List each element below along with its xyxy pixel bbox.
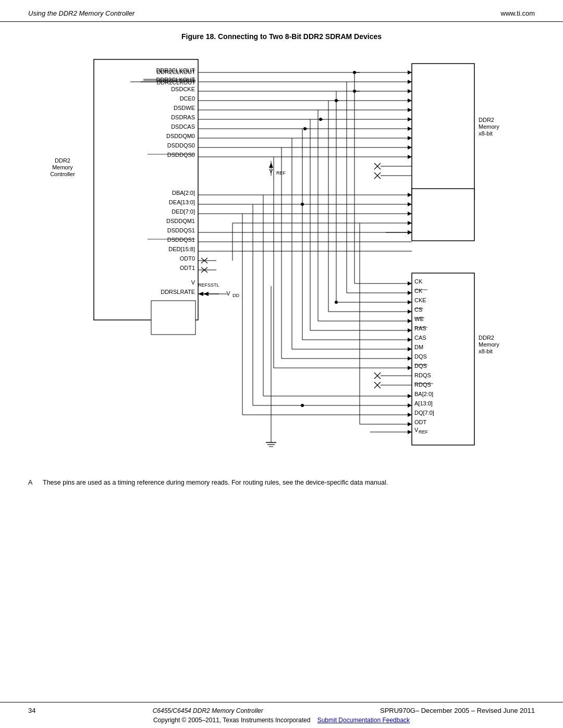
- svg-text:x8-bit: x8-bit: [479, 348, 493, 354]
- svg-text:DDR2: DDR2: [479, 335, 494, 341]
- svg-text:ODT1: ODT1: [180, 265, 195, 271]
- svg-text:REF: REF: [276, 170, 286, 176]
- svg-text:DSDWE: DSDWE: [174, 105, 195, 111]
- svg-text:RDQS: RDQS: [414, 381, 431, 388]
- svg-text:DDR2CLKOUT: DDR2CLKOUT: [156, 67, 195, 73]
- svg-marker-114: [408, 193, 412, 197]
- svg-rect-131: [412, 189, 474, 241]
- svg-text:CAS: CAS: [414, 335, 426, 341]
- submit-documentation-feedback-link[interactable]: Submit Documentation Feedback: [317, 717, 410, 724]
- footer-doc-id: SPRU970G– December 2005 – Revised June 2…: [380, 707, 535, 714]
- svg-text:DDR2: DDR2: [55, 157, 70, 164]
- svg-text:REFSSTL: REFSSTL: [198, 282, 219, 288]
- svg-text:DSDDQS1: DSDDQS1: [167, 237, 195, 243]
- page-header: Using the DDR2 Memory Controller www.ti.…: [0, 0, 563, 22]
- svg-text:V: V: [414, 427, 419, 433]
- note-label: A: [28, 478, 36, 488]
- note-section: A These pins are used as a timing refere…: [28, 478, 535, 488]
- svg-text:Controller: Controller: [50, 171, 75, 177]
- page-footer: 34 C6455/C6454 DDR2 Memory Controller SP…: [0, 702, 563, 728]
- svg-text:CK: CK: [414, 278, 423, 285]
- svg-text:Memory: Memory: [479, 124, 499, 130]
- header-right: www.ti.com: [500, 9, 535, 17]
- svg-text:DM: DM: [414, 344, 423, 350]
- svg-marker-187: [408, 338, 412, 342]
- svg-marker-125: [408, 221, 412, 225]
- svg-text:CKE: CKE: [414, 297, 426, 303]
- svg-text:RAS: RAS: [414, 325, 426, 331]
- svg-text:DSDCAS: DSDCAS: [171, 124, 195, 130]
- svg-marker-80: [408, 136, 412, 140]
- svg-text:DCE0: DCE0: [180, 95, 195, 102]
- svg-text:DSDRAS: DSDRAS: [171, 114, 195, 120]
- svg-text:Memory: Memory: [52, 164, 73, 170]
- svg-marker-181: [408, 319, 412, 323]
- svg-marker-82: [408, 145, 412, 150]
- svg-marker-209: [408, 422, 412, 426]
- svg-marker-119: [408, 202, 412, 206]
- svg-marker-58: [408, 70, 412, 75]
- svg-marker-68: [408, 98, 412, 103]
- note-text: These pins are used as a timing referenc…: [43, 478, 535, 488]
- svg-marker-74: [408, 117, 412, 121]
- svg-text:ODT: ODT: [414, 419, 427, 425]
- header-left: Using the DDR2 Memory Controller: [28, 9, 134, 17]
- svg-text:A[13:0]: A[13:0]: [414, 400, 433, 406]
- figure-title: Figure 18. Connecting to Two 8-Bit DDR2 …: [28, 32, 535, 41]
- svg-text:V: V: [191, 279, 195, 286]
- svg-marker-184: [408, 328, 412, 332]
- svg-text:DSDCKE: DSDCKE: [171, 86, 195, 92]
- svg-text:DQS: DQS: [414, 363, 427, 369]
- svg-text:V: V: [226, 290, 230, 297]
- svg-marker-206: [408, 413, 412, 417]
- svg-marker-64: [408, 89, 412, 93]
- svg-text:DSDDQS0: DSDDQS0: [167, 152, 195, 158]
- svg-marker-190: [408, 347, 412, 351]
- svg-marker-178: [408, 310, 412, 314]
- svg-text:DED[7:0]: DED[7:0]: [172, 208, 195, 215]
- page-container: Using the DDR2 Memory Controller www.ti.…: [0, 0, 563, 728]
- svg-text:DSDDQM1: DSDDQM1: [166, 218, 195, 224]
- svg-marker-196: [408, 366, 412, 370]
- svg-marker-203: [408, 403, 412, 408]
- svg-text:RDQS: RDQS: [414, 372, 431, 378]
- svg-text:DED[15:8]: DED[15:8]: [168, 246, 195, 252]
- svg-rect-109: [412, 64, 474, 199]
- diagram-container: DDR2 Memory Controller DDR2CLKOUT DDR2CL…: [47, 49, 516, 467]
- svg-marker-122: [408, 212, 412, 216]
- svg-marker-224: [198, 292, 203, 296]
- svg-marker-78: [408, 127, 412, 131]
- svg-marker-193: [408, 356, 412, 361]
- svg-marker-84: [408, 155, 412, 159]
- diagram-svg: DDR2 Memory Controller DDR2CLKOUT DDR2CL…: [47, 49, 516, 466]
- svg-text:DBA[2:0]: DBA[2:0]: [172, 190, 195, 196]
- svg-text:ODT0: ODT0: [180, 255, 195, 262]
- svg-text:x8-bit: x8-bit: [479, 130, 493, 137]
- svg-text:DDR2CLKOUT: DDR2CLKOUT: [156, 77, 195, 83]
- svg-text:CK: CK: [414, 288, 423, 294]
- svg-marker-175: [408, 300, 412, 304]
- footer-copyright: Copyright © 2005–2011, Texas Instruments…: [153, 717, 310, 724]
- svg-text:DD: DD: [232, 293, 239, 298]
- svg-text:DQS: DQS: [414, 353, 427, 360]
- main-content: Figure 18. Connecting to Two 8-Bit DDR2 …: [0, 27, 563, 498]
- svg-text:DSDDQS1: DSDDQS1: [167, 227, 195, 233]
- svg-text:DDR2: DDR2: [479, 117, 494, 123]
- svg-text:DSDDQS0: DSDDQS0: [167, 142, 195, 149]
- footer-doc-title: C6455/C6454 DDR2 Memory Controller: [153, 707, 263, 714]
- svg-text:REF: REF: [419, 429, 429, 435]
- svg-text:DQ[7:0]: DQ[7:0]: [414, 410, 434, 416]
- svg-marker-199: [408, 394, 412, 398]
- svg-text:DDRSLRATE: DDRSLRATE: [161, 289, 195, 295]
- svg-marker-70: [408, 108, 412, 112]
- svg-text:DSDDQM0: DSDDQM0: [166, 133, 195, 139]
- svg-text:BA[2:0]: BA[2:0]: [414, 391, 433, 397]
- svg-rect-46: [151, 301, 195, 335]
- svg-text:WE: WE: [414, 316, 424, 322]
- svg-marker-171: [408, 291, 412, 295]
- svg-text:CS: CS: [414, 306, 422, 313]
- svg-text:Memory: Memory: [479, 341, 499, 348]
- svg-marker-60: [408, 80, 412, 84]
- svg-marker-211: [408, 430, 412, 434]
- footer-page-num: 34: [28, 707, 35, 714]
